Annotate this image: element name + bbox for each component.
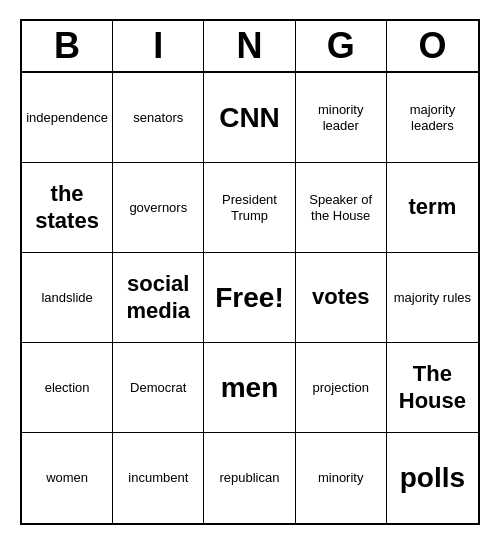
header-letter-N: N xyxy=(204,21,295,71)
bingo-cell-22: republican xyxy=(204,433,295,523)
bingo-cell-20: women xyxy=(22,433,113,523)
bingo-cell-9: term xyxy=(387,163,478,253)
bingo-cell-12: Free! xyxy=(204,253,295,343)
bingo-cell-10: landslide xyxy=(22,253,113,343)
bingo-cell-8: Speaker of the House xyxy=(296,163,387,253)
bingo-cell-21: incumbent xyxy=(113,433,204,523)
header-letter-B: B xyxy=(22,21,113,71)
bingo-cell-7: President Trump xyxy=(204,163,295,253)
bingo-cell-14: majority rules xyxy=(387,253,478,343)
header-letter-I: I xyxy=(113,21,204,71)
bingo-cell-17: men xyxy=(204,343,295,433)
bingo-card: BINGO independencesenatorsCNNminority le… xyxy=(20,19,480,525)
bingo-header: BINGO xyxy=(22,21,478,73)
bingo-cell-23: minority xyxy=(296,433,387,523)
bingo-cell-13: votes xyxy=(296,253,387,343)
header-letter-G: G xyxy=(296,21,387,71)
header-letter-O: O xyxy=(387,21,478,71)
bingo-cell-2: CNN xyxy=(204,73,295,163)
bingo-cell-11: social media xyxy=(113,253,204,343)
bingo-cell-15: election xyxy=(22,343,113,433)
bingo-cell-18: projection xyxy=(296,343,387,433)
bingo-cell-24: polls xyxy=(387,433,478,523)
bingo-cell-6: governors xyxy=(113,163,204,253)
bingo-cell-16: Democrat xyxy=(113,343,204,433)
bingo-grid: independencesenatorsCNNminority leaderma… xyxy=(22,73,478,523)
bingo-cell-19: The House xyxy=(387,343,478,433)
bingo-cell-3: minority leader xyxy=(296,73,387,163)
bingo-cell-0: independence xyxy=(22,73,113,163)
bingo-cell-4: majority leaders xyxy=(387,73,478,163)
bingo-cell-5: the states xyxy=(22,163,113,253)
bingo-cell-1: senators xyxy=(113,73,204,163)
